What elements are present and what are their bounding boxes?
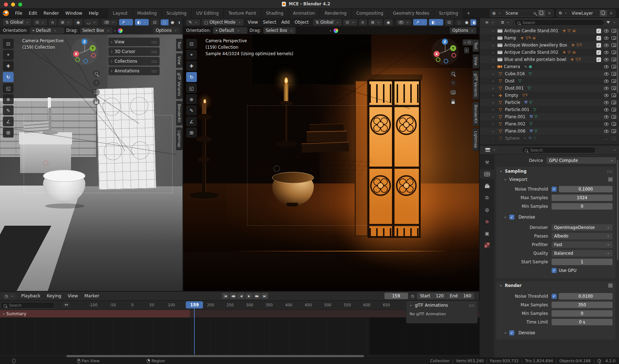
shading-mode-group[interactable]: ◌●◐◉	[161, 19, 180, 25]
denoise-subpanel-header[interactable]: Denoise	[496, 213, 615, 221]
outliner-row[interactable]: Plane.006	[480, 128, 619, 135]
pan-hand-icon[interactable]: ☝	[93, 80, 100, 86]
side-tab[interactable]: BlenderKit	[176, 101, 183, 125]
filter-dropdown[interactable]	[612, 20, 616, 25]
render-noise-threshold-checkbox[interactable]	[552, 294, 557, 299]
viewport-menu-item[interactable]: View	[245, 19, 260, 25]
drag-mode-dropdown[interactable]: Select Box	[80, 27, 112, 34]
workspace-tab[interactable]: Sculpting	[162, 9, 192, 18]
playhead-badge[interactable]: 159	[186, 301, 203, 308]
object-name[interactable]: Empty	[505, 93, 518, 98]
menu-item[interactable]: Edit	[25, 10, 40, 17]
expand-chevron-icon[interactable]	[491, 79, 496, 83]
xray-toggle[interactable]: ⊡	[151, 19, 159, 25]
show-gizmo-toggle[interactable]: ↗	[119, 19, 133, 25]
proportional-falloff-dropdown[interactable]: ◡	[84, 19, 98, 25]
expand-chevron-icon[interactable]	[491, 36, 496, 40]
snapping-dropdown[interactable]: ⊞	[58, 19, 72, 25]
current-frame-field[interactable]: 159	[384, 293, 408, 299]
view-object-types-dropdown[interactable]	[396, 20, 411, 25]
workspace-tab[interactable]: Shading	[261, 9, 288, 18]
timeline-menu-item[interactable]: Marker	[81, 293, 102, 299]
tab-world[interactable]: ⊕	[480, 217, 494, 226]
object-name[interactable]: Dust.001	[505, 86, 524, 91]
disable-render-icon[interactable]	[611, 122, 616, 126]
workspace-tab[interactable]: Rendering	[320, 9, 351, 18]
menu-item[interactable]: Window	[62, 10, 85, 17]
camera-view-icon[interactable]	[93, 89, 100, 96]
proportional-editing-icon[interactable]: ◉	[74, 19, 83, 25]
shading-mode-button[interactable]: ●	[463, 19, 471, 25]
camera-view-icon[interactable]	[450, 89, 457, 96]
disable-render-icon[interactable]	[611, 36, 616, 40]
object-name[interactable]: Blue and white porcelain bowl	[504, 57, 566, 62]
n-panel-section[interactable]: 3D Cursor	[108, 47, 160, 56]
workspace-tab[interactable]: Layout	[108, 9, 133, 18]
tab-texture[interactable]	[480, 240, 494, 250]
grease-pencil-icon[interactable]: ✎	[186, 19, 200, 25]
use-gpu-checkbox[interactable]	[552, 268, 557, 273]
noise-threshold-checkbox[interactable]	[552, 187, 557, 192]
orientation-dropdown[interactable]: ⌖Default	[213, 27, 247, 34]
hide-eye-icon[interactable]	[604, 94, 609, 97]
object-name[interactable]: Plane.002	[505, 121, 525, 126]
hide-eye-icon[interactable]	[604, 51, 609, 54]
exclude-checkbox[interactable]	[596, 36, 601, 40]
side-tab[interactable]: BlenderKit	[473, 102, 479, 126]
start-frame-field[interactable]: 120	[433, 293, 446, 298]
viewport-tool-button[interactable]: ⌖	[186, 50, 197, 60]
side-tab[interactable]: View	[176, 53, 183, 68]
playback-button[interactable]: ◀	[237, 293, 245, 299]
shading-mode-button[interactable]: ◐	[471, 19, 476, 25]
hide-eye-icon[interactable]	[604, 130, 609, 133]
properties-search-input[interactable]	[522, 147, 595, 153]
viewport-tool-button[interactable]: ✎	[3, 105, 14, 115]
viewport-tool-button[interactable]: ∠	[3, 116, 14, 126]
viewport-tool-button[interactable]: ↻	[186, 72, 197, 82]
timeline-menu-item[interactable]: View	[65, 293, 81, 299]
disable-render-icon[interactable]	[611, 101, 616, 104]
transform-orientation-dropdown[interactable]: ⇅Global	[3, 19, 31, 25]
time-limit-field[interactable]: 0 s	[552, 319, 613, 325]
viewport-tool-button[interactable]: ◱	[3, 83, 14, 93]
workspace-tab[interactable]: Scripting	[434, 9, 463, 18]
hide-eye-icon[interactable]	[604, 44, 609, 47]
zoom-icon[interactable]	[450, 70, 457, 77]
viewport-menu-item[interactable]: Select	[260, 19, 279, 25]
filter-toggle-icon[interactable]: ↔	[63, 302, 69, 307]
object-name[interactable]: Cube.016	[505, 71, 525, 76]
show-gizmo-toggle[interactable]: ↗	[413, 19, 427, 25]
lock-view-icon[interactable]	[93, 98, 100, 105]
unlink-scene-button[interactable]	[545, 11, 553, 16]
outliner-row[interactable]: Plane.001	[480, 113, 619, 120]
side-tab[interactable]: Lightmap	[473, 128, 479, 151]
render-denoise-subpanel-header[interactable]: Denoise	[496, 329, 615, 337]
side-tab[interactable]: Tool	[176, 39, 183, 51]
scene-browse-button[interactable]: ◍	[490, 11, 504, 15]
viewport-tool-button[interactable]: ✚	[186, 61, 197, 71]
outliner-row[interactable]: Antique Wooden Jewellery Box 2	[480, 42, 619, 49]
object-name[interactable]: Ramp	[504, 35, 516, 40]
expand-chevron-icon[interactable]	[491, 64, 496, 69]
expand-icon[interactable]: ›	[114, 28, 116, 33]
viewport-tool-button[interactable]: ⊕	[3, 94, 14, 104]
snap-magnet-icon[interactable]: ∩	[359, 19, 367, 25]
n-panel-section[interactable]: View	[108, 38, 160, 46]
tab-view-layer[interactable]: ⧉	[480, 193, 494, 202]
workspace-tab[interactable]: Texture Paint	[224, 9, 261, 18]
viewport-menu-item[interactable]: Object	[292, 19, 311, 25]
hide-eye-icon[interactable]	[604, 72, 609, 76]
properties-scrollbar[interactable]	[617, 160, 618, 260]
outliner-row[interactable]: Particle	[480, 99, 619, 106]
shading-mode-group[interactable]: ◌●◐◉	[455, 19, 476, 25]
xray-toggle[interactable]: ⊡	[445, 19, 453, 25]
expand-chevron-icon[interactable]	[491, 122, 496, 126]
display-mode-dropdown[interactable]: ⧉	[499, 19, 512, 25]
navigation-gizmo[interactable]: Z Y X	[71, 38, 98, 65]
workspace-tab[interactable]: Modeling	[133, 9, 162, 18]
menu-item[interactable]: Render	[40, 10, 62, 17]
pan-hand-icon[interactable]: ☝	[450, 80, 457, 86]
object-name[interactable]: Dust	[505, 78, 515, 83]
disable-render-icon[interactable]	[611, 86, 616, 90]
playhead-line[interactable]	[194, 308, 195, 355]
